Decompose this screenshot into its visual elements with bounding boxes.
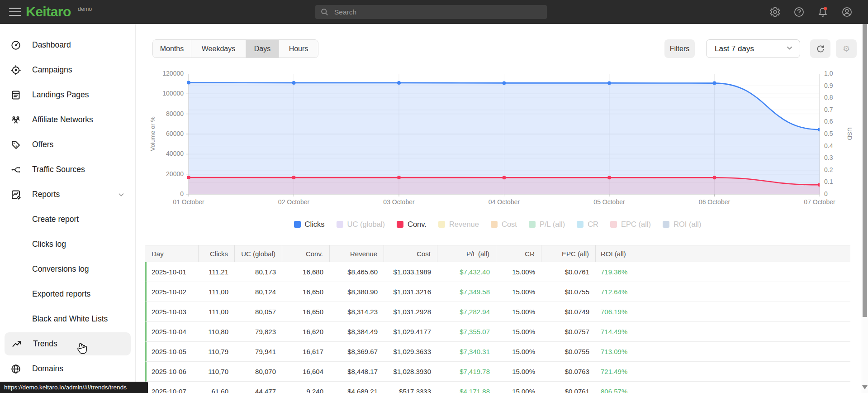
table-cell: 111,00	[199, 288, 235, 296]
table-row: 2025-10-06110,7080,07016,604$8,448.17$1,…	[145, 362, 850, 382]
legend-item-revenue[interactable]: Revenue	[438, 220, 479, 229]
legend-label: Cost	[502, 220, 517, 229]
table-cell: 79,823	[235, 328, 282, 335]
table-row: 2025-10-04110,8079,82316,620$8,384.49$1,…	[145, 322, 850, 342]
left-axis-tick: 20000	[145, 170, 184, 177]
notifications-bell-icon[interactable]	[817, 6, 829, 18]
date-range-value: Last 7 days	[715, 44, 754, 53]
x-axis-tick: 06 October	[685, 198, 744, 206]
sidebar-item-create-report[interactable]: Create report	[0, 207, 135, 232]
domains-icon	[10, 364, 21, 374]
table-cell: 111,00	[199, 308, 235, 316]
table-cell: 16,680	[282, 268, 330, 276]
right-axis-tick: 0.9	[824, 82, 851, 89]
sidebar-item-black-and-white-lists[interactable]: Black and White Lists	[0, 307, 135, 331]
table-row: 2025-10-02111,0080,12416,650$8,380.90$1,…	[145, 282, 850, 302]
legend-item-clicks[interactable]: Clicks	[294, 220, 325, 229]
refresh-button[interactable]	[810, 39, 830, 58]
legend-item-conv-[interactable]: Conv.	[397, 220, 427, 229]
affiliates-icon	[10, 115, 21, 125]
column-header: Revenue	[330, 245, 384, 262]
sidebar-item-exported-reports[interactable]: Exported reports	[0, 282, 135, 307]
table-cell: 806.57%	[596, 388, 850, 393]
settings-gear-icon[interactable]	[769, 6, 781, 18]
legend-label: P/L (all)	[540, 220, 565, 229]
table-cell: 2025-10-01	[147, 268, 199, 276]
chevron-down-icon	[117, 191, 125, 199]
table-cell: $8,314.23	[330, 308, 384, 316]
sidebar-item-label: Campaigns	[32, 65, 72, 75]
scrollbar-down-arrow[interactable]	[862, 385, 868, 389]
legend-swatch	[491, 221, 498, 228]
legend-item-roi-all-[interactable]: ROI (all)	[663, 220, 701, 229]
table-cell: 110,80	[199, 328, 235, 335]
table-cell: 16,650	[282, 308, 330, 316]
chevron-down-icon	[786, 44, 793, 54]
env-label: demo	[78, 6, 92, 12]
legend-swatch	[397, 221, 403, 228]
table-cell: $7,419.78	[437, 368, 496, 375]
campaigns-icon	[10, 65, 21, 76]
sidebar-item-traffic-sources[interactable]: Traffic Sources	[0, 157, 135, 182]
chart-legend: ClicksUC (global)Conv.RevenueCostP/L (al…	[145, 220, 850, 229]
search-input[interactable]: Search	[315, 5, 547, 19]
table-cell: 15.00%	[496, 388, 541, 393]
date-range-select[interactable]: Last 7 days	[706, 39, 800, 58]
sidebar-item-offers[interactable]: sOffers	[0, 132, 135, 157]
right-axis-tick: 0.8	[824, 94, 851, 101]
page: Keitaro demo Search DashboardCampaignsLa…	[0, 0, 868, 393]
scrollbar-thumb[interactable]	[863, 24, 867, 317]
table-cell: $8,384.49	[330, 328, 384, 335]
right-axis-title: USD	[846, 105, 853, 163]
sidebar-item-trends[interactable]: Trends	[5, 332, 131, 355]
column-header: Day	[147, 245, 199, 262]
tab-days[interactable]: Days	[246, 40, 279, 58]
legend-item-cr[interactable]: CR	[577, 220, 598, 229]
column-header: ROI (all)	[596, 245, 850, 262]
sidebar-item-label: Clicks log	[32, 240, 66, 249]
x-axis-tick: 05 October	[580, 198, 639, 206]
legend-item-cost[interactable]: Cost	[491, 220, 517, 229]
sidebar-item-label: Create report	[32, 215, 79, 224]
table-cell: 80,070	[235, 368, 282, 375]
right-axis-tick: 0	[824, 190, 851, 197]
x-axis-tick: 02 October	[265, 198, 323, 206]
tab-hours[interactable]: Hours	[279, 40, 318, 58]
legend-item-p-l-all-[interactable]: P/L (all)	[529, 220, 565, 229]
hamburger-menu-button[interactable]	[9, 8, 21, 16]
svg-text:s: s	[16, 144, 18, 147]
table-cell: 721.49%	[596, 368, 850, 375]
help-icon[interactable]	[793, 6, 805, 18]
sidebar-item-affiliate-networks[interactable]: Affiliate Networks	[0, 107, 135, 132]
sidebar-item-landings-pages[interactable]: Landings Pages	[0, 82, 135, 107]
filters-button[interactable]: Filters	[664, 39, 695, 58]
legend-label: Conv.	[408, 220, 427, 229]
search-icon	[321, 8, 328, 16]
app-logo[interactable]: Keitaro	[26, 4, 71, 19]
sidebar-item-reports[interactable]: Reports	[0, 182, 135, 207]
sidebar-item-clicks-log[interactable]: Clicks log	[0, 232, 135, 257]
table-cell: $0.0761	[541, 388, 596, 393]
legend-swatch	[577, 221, 583, 228]
table-cell: 80,173	[235, 268, 282, 276]
table-cell: $1,033.1989	[384, 268, 437, 276]
legend-item-epc-all-[interactable]: EPC (all)	[610, 220, 651, 229]
table-cell: 15.00%	[496, 328, 541, 335]
chart-settings-button[interactable]: ⚙	[836, 39, 857, 58]
sidebar-item-campaigns[interactable]: Campaigns	[0, 58, 135, 82]
sidebar-item-conversions-log[interactable]: Conversions log	[0, 257, 135, 282]
tab-months[interactable]: Months	[153, 40, 191, 58]
sidebar-item-dashboard[interactable]: Dashboard	[0, 33, 135, 58]
sidebar-item-label: Landings Pages	[32, 90, 89, 100]
table-cell: 2025-10-06	[147, 368, 199, 375]
reports-icon	[10, 189, 21, 200]
table-cell: 80,057	[235, 308, 282, 316]
sidebar-item-domains[interactable]: Domains	[0, 356, 135, 381]
tab-weekdays[interactable]: Weekdays	[191, 40, 246, 58]
table-cell: 61,60	[199, 388, 235, 393]
table-cell: $7,340.31	[437, 348, 496, 355]
legend-item-uc-global-[interactable]: UC (global)	[337, 220, 385, 229]
table-cell: $7,355.07	[437, 328, 496, 335]
x-axis-tick: 01 October	[159, 198, 218, 206]
user-avatar-icon[interactable]	[841, 6, 853, 18]
